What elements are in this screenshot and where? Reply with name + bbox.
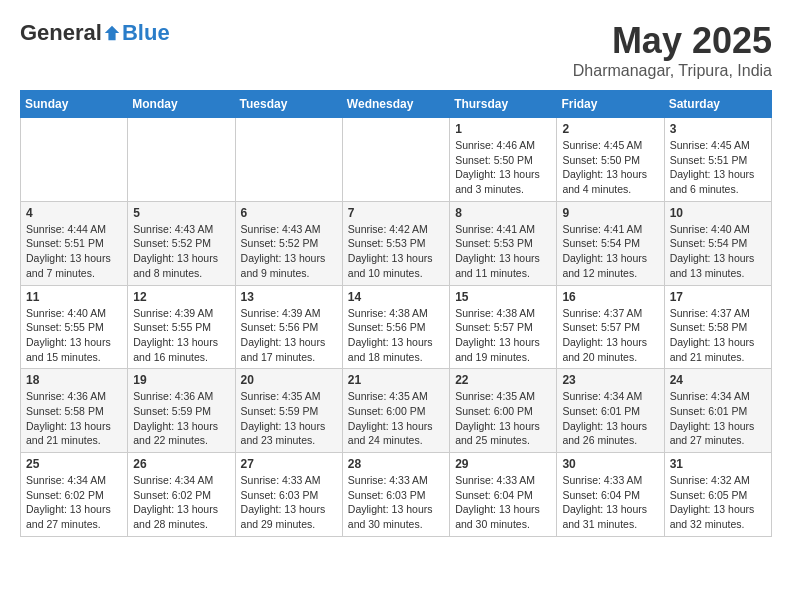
day-number: 31 — [670, 457, 766, 471]
day-number: 11 — [26, 290, 122, 304]
sunrise-text: Sunrise: 4:35 AM — [348, 389, 444, 404]
calendar-cell: 18Sunrise: 4:36 AMSunset: 5:58 PMDayligh… — [21, 369, 128, 453]
calendar-table: SundayMondayTuesdayWednesdayThursdayFrid… — [20, 90, 772, 537]
calendar-cell: 23Sunrise: 4:34 AMSunset: 6:01 PMDayligh… — [557, 369, 664, 453]
day-number: 4 — [26, 206, 122, 220]
daylight-text: Daylight: 13 hours and 4 minutes. — [562, 167, 658, 196]
day-info: Sunrise: 4:38 AMSunset: 5:57 PMDaylight:… — [455, 306, 551, 365]
calendar-cell: 24Sunrise: 4:34 AMSunset: 6:01 PMDayligh… — [664, 369, 771, 453]
calendar-cell: 31Sunrise: 4:32 AMSunset: 6:05 PMDayligh… — [664, 453, 771, 537]
sunrise-text: Sunrise: 4:46 AM — [455, 138, 551, 153]
day-info: Sunrise: 4:32 AMSunset: 6:05 PMDaylight:… — [670, 473, 766, 532]
sunset-text: Sunset: 5:53 PM — [348, 236, 444, 251]
day-number: 22 — [455, 373, 551, 387]
sunset-text: Sunset: 5:56 PM — [241, 320, 337, 335]
day-info: Sunrise: 4:35 AMSunset: 6:00 PMDaylight:… — [348, 389, 444, 448]
sunset-text: Sunset: 5:54 PM — [562, 236, 658, 251]
day-number: 21 — [348, 373, 444, 387]
sunset-text: Sunset: 5:55 PM — [26, 320, 122, 335]
daylight-text: Daylight: 13 hours and 32 minutes. — [670, 502, 766, 531]
logo: General Blue — [20, 20, 170, 46]
sunrise-text: Sunrise: 4:42 AM — [348, 222, 444, 237]
day-number: 7 — [348, 206, 444, 220]
day-number: 14 — [348, 290, 444, 304]
sunrise-text: Sunrise: 4:38 AM — [455, 306, 551, 321]
calendar-cell: 26Sunrise: 4:34 AMSunset: 6:02 PMDayligh… — [128, 453, 235, 537]
calendar-cell: 22Sunrise: 4:35 AMSunset: 6:00 PMDayligh… — [450, 369, 557, 453]
day-info: Sunrise: 4:41 AMSunset: 5:53 PMDaylight:… — [455, 222, 551, 281]
calendar-cell: 25Sunrise: 4:34 AMSunset: 6:02 PMDayligh… — [21, 453, 128, 537]
daylight-text: Daylight: 13 hours and 19 minutes. — [455, 335, 551, 364]
sunset-text: Sunset: 5:52 PM — [133, 236, 229, 251]
calendar-cell: 17Sunrise: 4:37 AMSunset: 5:58 PMDayligh… — [664, 285, 771, 369]
daylight-text: Daylight: 13 hours and 9 minutes. — [241, 251, 337, 280]
daylight-text: Daylight: 13 hours and 21 minutes. — [670, 335, 766, 364]
day-number: 15 — [455, 290, 551, 304]
daylight-text: Daylight: 13 hours and 28 minutes. — [133, 502, 229, 531]
calendar-week-row: 4Sunrise: 4:44 AMSunset: 5:51 PMDaylight… — [21, 201, 772, 285]
daylight-text: Daylight: 13 hours and 3 minutes. — [455, 167, 551, 196]
sunset-text: Sunset: 6:03 PM — [348, 488, 444, 503]
calendar-cell: 16Sunrise: 4:37 AMSunset: 5:57 PMDayligh… — [557, 285, 664, 369]
day-info: Sunrise: 4:40 AMSunset: 5:55 PMDaylight:… — [26, 306, 122, 365]
calendar-cell — [342, 118, 449, 202]
sunrise-text: Sunrise: 4:43 AM — [133, 222, 229, 237]
calendar-cell: 3Sunrise: 4:45 AMSunset: 5:51 PMDaylight… — [664, 118, 771, 202]
calendar-week-row: 25Sunrise: 4:34 AMSunset: 6:02 PMDayligh… — [21, 453, 772, 537]
sunrise-text: Sunrise: 4:33 AM — [455, 473, 551, 488]
day-info: Sunrise: 4:37 AMSunset: 5:58 PMDaylight:… — [670, 306, 766, 365]
calendar-cell: 7Sunrise: 4:42 AMSunset: 5:53 PMDaylight… — [342, 201, 449, 285]
sunrise-text: Sunrise: 4:45 AM — [562, 138, 658, 153]
day-info: Sunrise: 4:33 AMSunset: 6:04 PMDaylight:… — [562, 473, 658, 532]
sunrise-text: Sunrise: 4:35 AM — [241, 389, 337, 404]
day-info: Sunrise: 4:40 AMSunset: 5:54 PMDaylight:… — [670, 222, 766, 281]
daylight-text: Daylight: 13 hours and 8 minutes. — [133, 251, 229, 280]
day-info: Sunrise: 4:33 AMSunset: 6:03 PMDaylight:… — [348, 473, 444, 532]
logo-icon — [103, 24, 121, 42]
calendar-cell: 28Sunrise: 4:33 AMSunset: 6:03 PMDayligh… — [342, 453, 449, 537]
calendar-cell: 14Sunrise: 4:38 AMSunset: 5:56 PMDayligh… — [342, 285, 449, 369]
sunset-text: Sunset: 5:51 PM — [26, 236, 122, 251]
daylight-text: Daylight: 13 hours and 22 minutes. — [133, 419, 229, 448]
daylight-text: Daylight: 13 hours and 10 minutes. — [348, 251, 444, 280]
sunset-text: Sunset: 6:03 PM — [241, 488, 337, 503]
sunset-text: Sunset: 5:56 PM — [348, 320, 444, 335]
daylight-text: Daylight: 13 hours and 26 minutes. — [562, 419, 658, 448]
svg-marker-0 — [105, 26, 119, 40]
daylight-text: Daylight: 13 hours and 29 minutes. — [241, 502, 337, 531]
day-info: Sunrise: 4:33 AMSunset: 6:03 PMDaylight:… — [241, 473, 337, 532]
sunrise-text: Sunrise: 4:37 AM — [670, 306, 766, 321]
sunrise-text: Sunrise: 4:38 AM — [348, 306, 444, 321]
page-header: General Blue May 2025 Dharmanagar, Tripu… — [20, 20, 772, 80]
sunset-text: Sunset: 5:58 PM — [670, 320, 766, 335]
day-number: 30 — [562, 457, 658, 471]
month-title: May 2025 — [573, 20, 772, 62]
daylight-text: Daylight: 13 hours and 20 minutes. — [562, 335, 658, 364]
day-number: 10 — [670, 206, 766, 220]
daylight-text: Daylight: 13 hours and 11 minutes. — [455, 251, 551, 280]
sunset-text: Sunset: 6:01 PM — [670, 404, 766, 419]
day-number: 18 — [26, 373, 122, 387]
day-info: Sunrise: 4:37 AMSunset: 5:57 PMDaylight:… — [562, 306, 658, 365]
daylight-text: Daylight: 13 hours and 12 minutes. — [562, 251, 658, 280]
sunset-text: Sunset: 5:53 PM — [455, 236, 551, 251]
day-number: 23 — [562, 373, 658, 387]
sunset-text: Sunset: 5:58 PM — [26, 404, 122, 419]
sunrise-text: Sunrise: 4:35 AM — [455, 389, 551, 404]
sunset-text: Sunset: 5:57 PM — [455, 320, 551, 335]
sunrise-text: Sunrise: 4:44 AM — [26, 222, 122, 237]
day-info: Sunrise: 4:35 AMSunset: 6:00 PMDaylight:… — [455, 389, 551, 448]
day-info: Sunrise: 4:34 AMSunset: 6:01 PMDaylight:… — [670, 389, 766, 448]
day-number: 28 — [348, 457, 444, 471]
day-info: Sunrise: 4:46 AMSunset: 5:50 PMDaylight:… — [455, 138, 551, 197]
calendar-cell — [21, 118, 128, 202]
weekday-header-monday: Monday — [128, 91, 235, 118]
daylight-text: Daylight: 13 hours and 13 minutes. — [670, 251, 766, 280]
sunrise-text: Sunrise: 4:41 AM — [562, 222, 658, 237]
sunset-text: Sunset: 6:00 PM — [348, 404, 444, 419]
calendar-cell: 6Sunrise: 4:43 AMSunset: 5:52 PMDaylight… — [235, 201, 342, 285]
sunset-text: Sunset: 5:51 PM — [670, 153, 766, 168]
sunrise-text: Sunrise: 4:32 AM — [670, 473, 766, 488]
calendar-cell: 2Sunrise: 4:45 AMSunset: 5:50 PMDaylight… — [557, 118, 664, 202]
calendar-cell: 8Sunrise: 4:41 AMSunset: 5:53 PMDaylight… — [450, 201, 557, 285]
